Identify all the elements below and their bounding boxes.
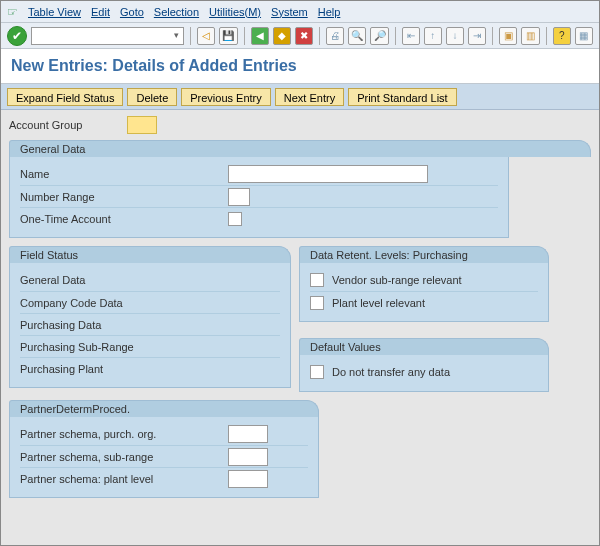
- general-data-group: Name Number Range One-Time Account: [9, 157, 509, 238]
- menu-system[interactable]: System: [271, 6, 308, 18]
- field-status-item[interactable]: Purchasing Sub-Range: [20, 341, 134, 353]
- toolbar: ✔ ◁ 💾 ◀ ◆ ✖ 🖨 🔍 🔎 ⇤ ↑ ↓ ⇥ ▣ ▥ ? ▦: [1, 23, 599, 49]
- default-values-group: Do not transfer any data: [299, 355, 549, 392]
- account-group-label: Account Group: [9, 119, 119, 131]
- general-data-title: General Data: [9, 140, 591, 157]
- field-status-item[interactable]: Company Code Data: [20, 297, 123, 309]
- data-retent-group: Vendor sub-range relevant Plant level re…: [299, 263, 549, 322]
- toolbar-sep: [190, 27, 191, 45]
- plant-level-label: Plant level relevant: [332, 297, 425, 309]
- shortcut-icon[interactable]: ▥: [521, 27, 539, 45]
- number-range-field[interactable]: [228, 188, 250, 206]
- partner-purch-org-field[interactable]: [228, 425, 268, 443]
- delete-button[interactable]: Delete: [127, 88, 177, 106]
- action-bar: Expand Field Status Delete Previous Entr…: [1, 84, 599, 110]
- menubar: ☞ Table View Edit Goto Selection Utiliti…: [1, 1, 599, 23]
- print-standard-list-button[interactable]: Print Standard List: [348, 88, 457, 106]
- field-status-title: Field Status: [9, 246, 291, 263]
- cancel-icon[interactable]: ✖: [295, 27, 313, 45]
- field-status-item[interactable]: Purchasing Data: [20, 319, 101, 331]
- previous-entry-button[interactable]: Previous Entry: [181, 88, 271, 106]
- find-icon[interactable]: 🔍: [348, 27, 366, 45]
- one-time-account-checkbox[interactable]: [228, 212, 242, 226]
- menu-selection[interactable]: Selection: [154, 6, 199, 18]
- next-entry-button[interactable]: Next Entry: [275, 88, 344, 106]
- menu-goto[interactable]: Goto: [120, 6, 144, 18]
- vendor-subrange-checkbox[interactable]: [310, 273, 324, 287]
- help-icon[interactable]: ?: [553, 27, 571, 45]
- field-status-item[interactable]: Purchasing Plant: [20, 363, 103, 375]
- field-status-group: General Data Company Code Data Purchasin…: [9, 263, 291, 388]
- field-status-item[interactable]: General Data: [20, 274, 85, 286]
- menu-edit[interactable]: Edit: [91, 6, 110, 18]
- plant-level-checkbox[interactable]: [310, 296, 324, 310]
- no-transfer-checkbox[interactable]: [310, 365, 324, 379]
- app-menu-icon[interactable]: ☞: [7, 5, 18, 19]
- partner-plant-level-field[interactable]: [228, 470, 268, 488]
- prev-page-icon[interactable]: ↑: [424, 27, 442, 45]
- name-label: Name: [20, 168, 220, 180]
- menu-table-view[interactable]: Table View: [28, 6, 81, 18]
- command-field[interactable]: [31, 27, 184, 45]
- layout-icon[interactable]: ▦: [575, 27, 593, 45]
- save-button-icon[interactable]: 💾: [219, 27, 237, 45]
- enter-button[interactable]: ✔: [7, 26, 27, 46]
- no-transfer-label: Do not transfer any data: [332, 366, 450, 378]
- save-icon[interactable]: ◁: [197, 27, 215, 45]
- expand-field-status-button[interactable]: Expand Field Status: [7, 88, 123, 106]
- exit-icon[interactable]: ◆: [273, 27, 291, 45]
- content-area: Account Group General Data Name Number R…: [1, 110, 599, 545]
- sap-window: ☞ Table View Edit Goto Selection Utiliti…: [0, 0, 600, 546]
- toolbar-sep: [395, 27, 396, 45]
- vendor-subrange-label: Vendor sub-range relevant: [332, 274, 462, 286]
- default-values-title: Default Values: [299, 338, 549, 355]
- first-page-icon[interactable]: ⇤: [402, 27, 420, 45]
- partner-title: PartnerDetermProced.: [9, 400, 319, 417]
- toolbar-sep: [492, 27, 493, 45]
- toolbar-sep: [319, 27, 320, 45]
- find-next-icon[interactable]: 🔎: [370, 27, 388, 45]
- partner-sub-range-field[interactable]: [228, 448, 268, 466]
- back-icon[interactable]: ◀: [251, 27, 269, 45]
- account-group-field[interactable]: [127, 116, 157, 134]
- toolbar-sep: [244, 27, 245, 45]
- partner-group: Partner schema, purch. org. Partner sche…: [9, 417, 319, 498]
- account-group-row: Account Group: [9, 116, 591, 134]
- data-retent-title: Data Retent. Levels: Purchasing: [299, 246, 549, 263]
- name-field[interactable]: [228, 165, 428, 183]
- next-page-icon[interactable]: ↓: [446, 27, 464, 45]
- one-time-account-label: One-Time Account: [20, 213, 220, 225]
- partner-sub-range-label: Partner schema, sub-range: [20, 451, 220, 463]
- partner-purch-org-label: Partner schema, purch. org.: [20, 428, 220, 440]
- menu-help[interactable]: Help: [318, 6, 341, 18]
- partner-plant-level-label: Partner schema: plant level: [20, 473, 220, 485]
- toolbar-sep: [546, 27, 547, 45]
- menu-utilities[interactable]: Utilities(M): [209, 6, 261, 18]
- last-page-icon[interactable]: ⇥: [468, 27, 486, 45]
- new-session-icon[interactable]: ▣: [499, 27, 517, 45]
- page-title: New Entries: Details of Added Entries: [11, 57, 589, 75]
- print-icon[interactable]: 🖨: [326, 27, 344, 45]
- number-range-label: Number Range: [20, 191, 220, 203]
- title-band: New Entries: Details of Added Entries: [1, 49, 599, 84]
